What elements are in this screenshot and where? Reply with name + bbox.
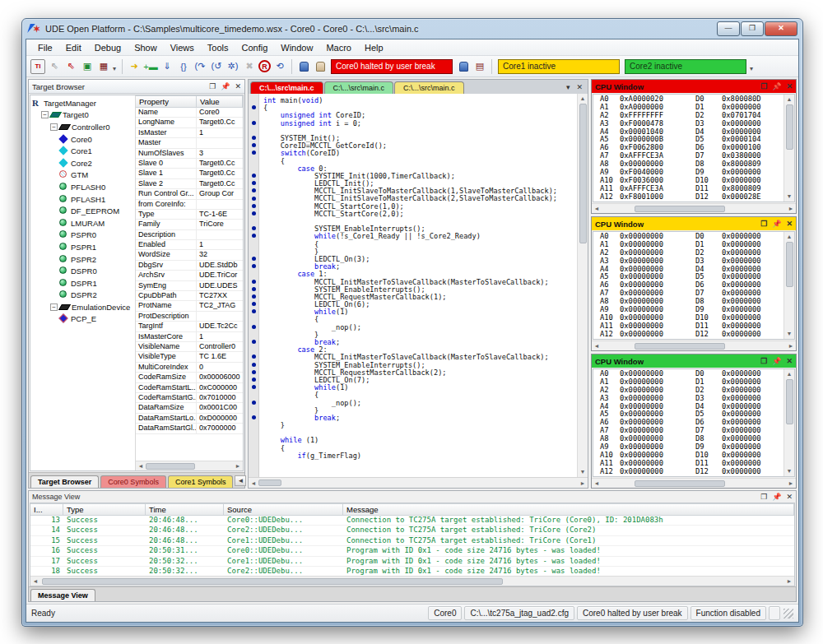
tree-item-targetmanager[interactable]: RTargetManager (30, 97, 135, 109)
gutter-line[interactable] (249, 452, 258, 459)
toolbar-overflow-chevron[interactable]: ▾ (113, 65, 116, 72)
property-row[interactable]: Slave 2Target0.Cc (136, 179, 243, 189)
cpu-hscrollbar[interactable]: ◄► (592, 341, 796, 350)
scroll-left-icon[interactable]: ◄ (592, 343, 602, 349)
cursor-breakpoint-icon[interactable]: ⇖ (63, 59, 78, 74)
cpu-vscrollbar[interactable]: ▲▼ (783, 369, 794, 476)
gutter-line[interactable] (249, 202, 258, 210)
message-row[interactable]: 16Success20:50:31...Core0::UDEDebu...Pro… (30, 546, 794, 556)
reset-icon[interactable]: R (258, 60, 271, 72)
tree-item-controller0[interactable]: −Controller0 (30, 121, 135, 133)
property-row[interactable]: DataRamStartLo...0xD000000 (136, 414, 243, 424)
gutter-line[interactable] (249, 331, 258, 338)
break-all-hand-icon[interactable] (456, 59, 471, 74)
menu-file[interactable]: File (31, 41, 59, 54)
gutter-line[interactable] (249, 248, 258, 255)
gutter-line[interactable] (249, 119, 258, 127)
tree-expander-icon[interactable]: − (50, 123, 58, 131)
scroll-right-icon[interactable]: ► (786, 480, 796, 486)
menu-views[interactable]: Views (164, 41, 201, 54)
tree-item-emulationdevice[interactable]: −EmulationDevice (30, 301, 135, 313)
menu-tools[interactable]: Tools (201, 41, 235, 54)
message-row[interactable]: 15Success20:46:48...Core1::UDEDebu...Con… (30, 536, 794, 546)
gutter-line[interactable] (249, 368, 258, 376)
pin-panel-icon[interactable]: 📌 (772, 493, 781, 501)
gutter-line[interactable] (249, 338, 258, 345)
tree-item-pflash0[interactable]: PFLASH0 (30, 181, 135, 193)
gutter-line[interactable] (249, 134, 258, 141)
gutter-line[interactable] (249, 429, 258, 436)
message-view-tab[interactable]: Message View (30, 589, 95, 601)
scroll-down-icon[interactable]: ▼ (787, 192, 793, 202)
gutter-line[interactable] (249, 157, 258, 164)
gutter-line[interactable] (249, 315, 258, 322)
message-column-header[interactable]: I... (30, 503, 63, 516)
property-row[interactable]: from CoreInfo: (136, 200, 243, 210)
pin-panel-icon[interactable]: 📌 (772, 220, 781, 228)
gutter-line[interactable] (249, 345, 258, 353)
tree-item-pspr1[interactable]: PSPR1 (30, 241, 135, 253)
break-hand-icon[interactable] (296, 59, 311, 74)
close-panel-icon[interactable]: ✕ (786, 493, 793, 501)
register-row[interactable]: A120x00000000D120x0000000 (593, 468, 783, 476)
property-row[interactable]: VisibleTypeTC 1.6E (136, 352, 243, 362)
close-panel-icon[interactable]: ✕ (786, 358, 793, 365)
close-panel-icon[interactable]: ✕ (786, 83, 793, 90)
tree-item-pcp_e[interactable]: PCP_E (30, 313, 135, 326)
editor-tab-2[interactable]: C:\...\src\main.c (394, 81, 464, 94)
property-row[interactable]: DataRamStartGl...0x7000000 (136, 424, 243, 433)
ti-target-window-icon[interactable]: TI (30, 59, 45, 74)
gutter-line[interactable] (249, 421, 258, 429)
gutter-line[interactable] (249, 300, 258, 308)
property-row[interactable]: NumOfSlaves3 (136, 149, 243, 159)
message-column-header[interactable]: Message (343, 503, 794, 516)
message-row[interactable]: 17Success20:50:32...Core1::UDEDebu...Pro… (30, 557, 794, 567)
gutter-line[interactable] (249, 308, 258, 315)
property-row[interactable]: IsMasterCore1 (136, 332, 243, 342)
pin-panel-icon[interactable]: 📌 (772, 358, 781, 365)
gutter-line[interactable] (249, 111, 258, 118)
code-area[interactable]: int main(void){ unsigned int CoreID; uns… (259, 94, 577, 477)
property-row[interactable]: Description (136, 230, 243, 240)
message-column-header[interactable]: Type (63, 503, 146, 516)
resize-grip[interactable] (783, 609, 793, 619)
scroll-right-icon[interactable]: ► (786, 206, 796, 211)
maximize-panel-icon[interactable]: ❐ (760, 493, 767, 501)
set-pc-icon[interactable]: +▬ (143, 59, 158, 74)
cpu-hscrollbar[interactable]: ◄► (592, 478, 796, 488)
gutter-line[interactable] (249, 225, 258, 232)
gutter-line[interactable] (249, 406, 258, 414)
step-out-icon[interactable]: (↺ (209, 59, 224, 74)
gutter-line[interactable] (249, 187, 258, 194)
scroll-up-icon[interactable]: ▲ (787, 95, 793, 104)
value-column-header[interactable]: Value (197, 95, 243, 108)
property-row[interactable]: CodeRamStartL...0xC000000 (136, 383, 243, 393)
gutter-line[interactable] (249, 353, 258, 360)
property-row[interactable]: CodeRamSize0x00006000 (136, 373, 243, 382)
tree-item-core0[interactable]: Core0 (30, 133, 135, 146)
run-icon[interactable]: ➜ (127, 59, 142, 74)
tab-core1-symbols[interactable]: Core1 Symbols (168, 475, 234, 488)
tree-item-target0[interactable]: −Target0 (30, 109, 135, 122)
scroll-thumb[interactable] (786, 242, 793, 287)
stop-disabled-icon[interactable]: ✖ (242, 59, 257, 74)
menu-config[interactable]: Config (235, 41, 275, 54)
cpu-window-titlebar[interactable]: CPU Window❐📌✕ (592, 80, 796, 93)
property-row[interactable]: WordSize32 (136, 250, 243, 260)
property-row[interactable]: CodeRamStartG...0x7010000 (136, 393, 243, 403)
tree-item-dspr1[interactable]: DSPR1 (30, 277, 135, 290)
cpu-window-titlebar[interactable]: CPU Window❐📌✕ (592, 354, 796, 368)
step-over-icon[interactable]: (↷ (193, 59, 207, 74)
message-row[interactable]: 13Success20:46:48...Core0::UDEDebu...Con… (30, 516, 794, 526)
restart-target-icon[interactable]: ⟲ (272, 59, 287, 74)
badge-overflow-chevron[interactable]: ▾ (750, 65, 753, 72)
gutter-line[interactable] (249, 127, 258, 134)
scroll-thumb[interactable] (635, 343, 725, 350)
gutter-line[interactable] (249, 285, 258, 293)
maximize-panel-icon[interactable]: ❐ (760, 83, 767, 90)
editor-close-icon[interactable]: ✕ (576, 83, 583, 91)
gutter-line[interactable] (249, 104, 258, 111)
editor-hscrollbar[interactable]: ◄ ► (249, 477, 588, 488)
tree-item-lmuram[interactable]: LMURAM (30, 217, 135, 229)
scroll-right-icon[interactable]: ► (786, 343, 796, 349)
